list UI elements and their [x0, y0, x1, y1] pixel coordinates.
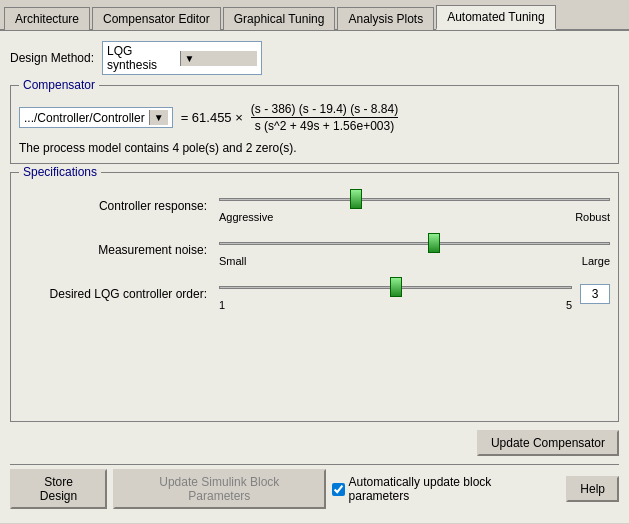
measurement-noise-label: Measurement noise:	[19, 243, 219, 257]
update-compensator-button[interactable]: Update Compensator	[477, 430, 619, 456]
measurement-noise-track-wrapper[interactable]	[219, 233, 610, 253]
auto-update-label: Automatically update block parameters	[349, 475, 555, 503]
compensator-row: .../Controller/Controller ▼ = 61.455 × (…	[19, 102, 610, 133]
process-info: The process model contains 4 pole(s) and…	[19, 141, 610, 155]
measurement-noise-labels: Small Large	[219, 255, 610, 267]
tab-automated-tuning[interactable]: Automated Tuning	[436, 5, 555, 30]
controller-response-track	[219, 198, 610, 201]
main-content: Design Method: LQG synthesis ▼ Compensat…	[0, 31, 629, 523]
design-method-value: LQG synthesis	[107, 44, 176, 72]
controller-path-value: .../Controller/Controller	[24, 111, 145, 125]
store-design-button[interactable]: Store Design	[10, 469, 107, 509]
controller-response-slider-container: Aggressive Robust	[219, 189, 610, 223]
controller-path-arrow-icon: ▼	[149, 110, 168, 125]
lqg-order-thumb[interactable]	[390, 277, 402, 297]
measurement-noise-row: Measurement noise: Small Large	[19, 233, 610, 267]
auto-update-checkbox[interactable]	[332, 483, 345, 496]
measurement-noise-thumb[interactable]	[428, 233, 440, 253]
controller-response-label: Controller response:	[19, 199, 219, 213]
help-button[interactable]: Help	[566, 476, 619, 502]
design-method-select[interactable]: LQG synthesis ▼	[102, 41, 262, 75]
specifications-panel-title: Specifications	[19, 165, 101, 179]
compensator-panel-title: Compensator	[19, 78, 99, 92]
compensator-panel: Compensator .../Controller/Controller ▼ …	[10, 85, 619, 164]
tab-graphical-tuning[interactable]: Graphical Tuning	[223, 7, 336, 30]
tf-numerator: (s - 386) (s - 19.4) (s - 8.84)	[251, 102, 398, 118]
lqg-order-labels: 1 5	[219, 299, 572, 311]
lqg-order-left-label: 1	[219, 299, 225, 311]
transfer-function: (s - 386) (s - 19.4) (s - 8.84) s (s^2 +…	[251, 102, 398, 133]
tab-bar: Architecture Compensator Editor Graphica…	[0, 0, 629, 31]
controller-path-select[interactable]: .../Controller/Controller ▼	[19, 107, 173, 128]
lqg-order-label: Desired LQG controller order:	[19, 287, 219, 301]
lqg-order-track-wrapper[interactable]	[219, 277, 572, 297]
specifications-panel: Specifications Controller response: Aggr…	[10, 172, 619, 422]
lqg-order-track	[219, 286, 572, 289]
lqg-order-right-label: 5	[566, 299, 572, 311]
tab-compensator-editor[interactable]: Compensator Editor	[92, 7, 221, 30]
tab-analysis-plots[interactable]: Analysis Plots	[337, 7, 434, 30]
controller-response-thumb[interactable]	[350, 189, 362, 209]
lqg-order-input[interactable]	[580, 284, 610, 304]
measurement-noise-right-label: Large	[582, 255, 610, 267]
measurement-noise-track	[219, 242, 610, 245]
math-display: = 61.455 × (s - 386) (s - 19.4) (s - 8.8…	[181, 102, 401, 133]
design-method-label: Design Method:	[10, 51, 94, 65]
lqg-order-slider-container: 1 5	[219, 277, 572, 311]
equals-sign: = 61.455 ×	[181, 110, 243, 125]
controller-response-row: Controller response: Aggressive Robust	[19, 189, 610, 223]
controller-response-labels: Aggressive Robust	[219, 211, 610, 223]
measurement-noise-left-label: Small	[219, 255, 247, 267]
measurement-noise-slider-container: Small Large	[219, 233, 610, 267]
controller-response-right-label: Robust	[575, 211, 610, 223]
tf-denominator: s (s^2 + 49s + 1.56e+003)	[255, 118, 394, 133]
tab-architecture[interactable]: Architecture	[4, 7, 90, 30]
design-method-row: Design Method: LQG synthesis ▼	[10, 41, 619, 75]
auto-update-checkbox-label[interactable]: Automatically update block parameters	[332, 475, 555, 503]
lqg-order-row: Desired LQG controller order: 1 5	[19, 277, 610, 311]
design-method-arrow-icon: ▼	[180, 51, 258, 66]
controller-response-left-label: Aggressive	[219, 211, 273, 223]
controller-response-track-wrapper[interactable]	[219, 189, 610, 209]
update-compensator-row: Update Compensator	[10, 430, 619, 456]
update-simulink-button[interactable]: Update Simulink Block Parameters	[113, 469, 326, 509]
bottom-bar: Store Design Update Simulink Block Param…	[10, 464, 619, 513]
